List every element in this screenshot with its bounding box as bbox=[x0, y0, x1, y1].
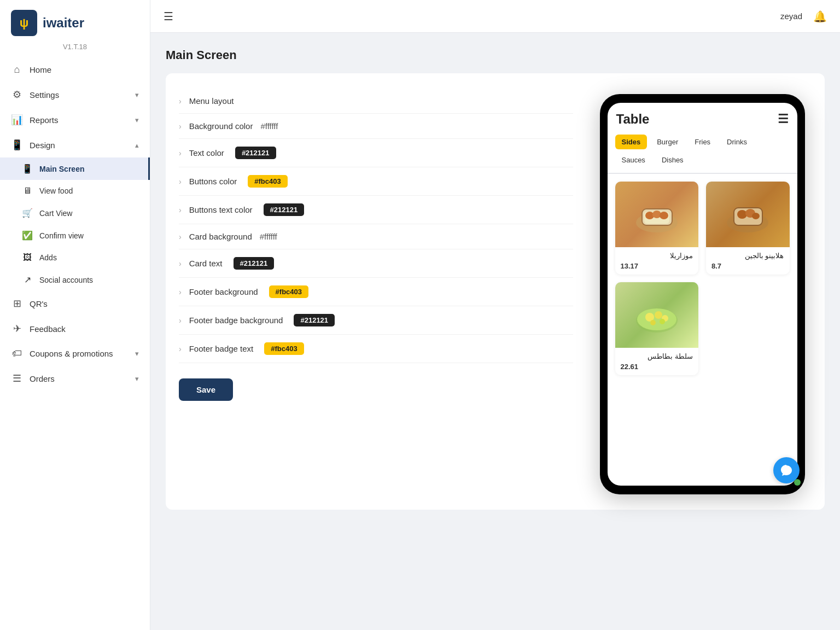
sidebar-item-reports-label: Reports bbox=[30, 115, 59, 125]
sidebar-subitem-social-accounts-label: Social accounts bbox=[39, 276, 93, 284]
main-content: ☰ zeyad 🔔 Main Screen › Menu layout › Ba… bbox=[150, 0, 840, 630]
food-card-2[interactable]: هلابينو بالجين 8.7 bbox=[706, 182, 790, 275]
logo-icon: ψ bbox=[11, 10, 37, 36]
phone-header: Table ☰ bbox=[608, 103, 797, 131]
confirm-view-icon: ✅ bbox=[22, 230, 33, 241]
footer-bg-badge: #fbc403 bbox=[269, 285, 308, 298]
buttons-color-badge: #fbc403 bbox=[248, 175, 287, 188]
setting-label-text-color: Text color bbox=[189, 148, 224, 158]
chevron-right-icon: › bbox=[179, 149, 182, 158]
sidebar-item-design-label: Design bbox=[30, 141, 55, 150]
notification-bell-icon[interactable]: 🔔 bbox=[813, 10, 827, 23]
setting-row-bg-color[interactable]: › Background color #ffffff bbox=[179, 114, 573, 139]
menu-toggle-button[interactable]: ☰ bbox=[164, 10, 173, 23]
sidebar-item-main-screen[interactable]: 📱 Main Screen bbox=[0, 158, 150, 180]
adds-icon: 🖼 bbox=[22, 253, 33, 262]
chevron-right-icon: › bbox=[179, 122, 182, 131]
phone-frame: Table ☰ Sides Burger Fries Drinks Sauces… bbox=[600, 94, 805, 494]
settings-panel: › Menu layout › Background color #ffffff… bbox=[179, 89, 573, 494]
save-button[interactable]: Save bbox=[179, 378, 233, 401]
sidebar-subitem-cart-view-label: Cart View bbox=[39, 209, 72, 218]
qr-icon: ⊞ bbox=[11, 298, 23, 310]
view-food-icon: 🖥 bbox=[22, 186, 33, 196]
sidebar-item-settings-label: Settings bbox=[30, 90, 59, 100]
sidebar-item-qrs[interactable]: ⊞ QR's bbox=[0, 291, 150, 316]
main-screen-icon: 📱 bbox=[22, 164, 33, 174]
tab-sides[interactable]: Sides bbox=[615, 135, 648, 149]
app-version: V1.T.18 bbox=[0, 40, 150, 57]
food-image-2 bbox=[706, 182, 790, 247]
food-name-3: سلطة بطاطس bbox=[621, 352, 693, 360]
text-color-badge: #212121 bbox=[235, 147, 276, 159]
sidebar-item-qrs-label: QR's bbox=[30, 299, 48, 308]
sidebar-item-settings[interactable]: ⚙ Settings ▾ bbox=[0, 82, 150, 107]
chevron-down-icon: ▾ bbox=[135, 375, 139, 383]
food-price-2: 8.7 bbox=[711, 262, 784, 270]
setting-row-buttons-color[interactable]: › Buttons color #fbc403 bbox=[179, 167, 573, 196]
chevron-right-icon: › bbox=[179, 206, 182, 214]
setting-row-footer-badge-text[interactable]: › Footer badge text #fbc403 bbox=[179, 335, 573, 363]
setting-label-card-bg: Card background bbox=[189, 232, 252, 241]
svg-point-14 bbox=[655, 311, 662, 319]
setting-row-card-text[interactable]: › Card text #212121 bbox=[179, 249, 573, 278]
chevron-right-icon: › bbox=[179, 177, 182, 186]
food-image-3 bbox=[615, 282, 699, 348]
sidebar-item-orders[interactable]: ☰ Orders ▾ bbox=[0, 366, 150, 391]
sidebar-item-adds[interactable]: 🖼 Adds bbox=[0, 247, 150, 269]
sidebar-item-home[interactable]: ⌂ Home bbox=[0, 57, 150, 82]
cart-view-icon: 🛒 bbox=[22, 208, 33, 218]
home-icon: ⌂ bbox=[11, 64, 23, 75]
setting-label-card-text: Card text bbox=[189, 259, 223, 268]
setting-row-buttons-text-color[interactable]: › Buttons text color #212121 bbox=[179, 196, 573, 224]
chevron-up-icon: ▴ bbox=[135, 141, 139, 149]
setting-row-card-bg[interactable]: › Card background #ffffff bbox=[179, 224, 573, 249]
sidebar-item-confirm-view[interactable]: ✅ Confirm view bbox=[0, 224, 150, 247]
tab-burger[interactable]: Burger bbox=[650, 135, 685, 149]
svg-point-17 bbox=[660, 319, 665, 324]
setting-label-footer-badge-bg: Footer badge background bbox=[189, 316, 283, 325]
buttons-text-color-badge: #212121 bbox=[264, 203, 305, 216]
food-card-3[interactable]: سلطة بطاطس 22.61 bbox=[615, 282, 699, 375]
card-text-badge: #212121 bbox=[234, 257, 275, 270]
sidebar-item-cart-view[interactable]: 🛒 Cart View bbox=[0, 202, 150, 224]
setting-row-menu-layout[interactable]: › Menu layout bbox=[179, 89, 573, 114]
tab-drinks[interactable]: Drinks bbox=[720, 135, 754, 149]
page-content: Main Screen › Menu layout › Background c… bbox=[150, 33, 840, 630]
food-price-3: 22.61 bbox=[621, 363, 693, 371]
setting-row-footer-badge-bg[interactable]: › Footer badge background #212121 bbox=[179, 306, 573, 335]
phone-menu-icon: ☰ bbox=[778, 112, 789, 126]
footer-badge-bg-badge: #212121 bbox=[294, 314, 335, 326]
setting-row-footer-bg[interactable]: › Footer background #fbc403 bbox=[179, 278, 573, 306]
reports-icon: 📊 bbox=[11, 114, 23, 126]
sidebar-item-feedback-label: Feedback bbox=[30, 324, 66, 334]
setting-label-buttons-text-color: Buttons text color bbox=[189, 205, 253, 214]
setting-row-text-color[interactable]: › Text color #212121 bbox=[179, 139, 573, 167]
food-name-1: موزاريلا bbox=[621, 252, 693, 260]
card-bg-value: #ffffff bbox=[260, 232, 277, 241]
sidebar: ψ iwaiter V1.T.18 ⌂ Home ⚙ Settings ▾ 📊 … bbox=[0, 0, 150, 630]
food-name-2: هلابينو بالجين bbox=[711, 252, 784, 260]
chevron-down-icon: ▾ bbox=[135, 349, 139, 358]
design-icon: 📱 bbox=[11, 139, 23, 151]
setting-label-footer-bg: Footer background bbox=[189, 287, 258, 296]
topbar: ☰ zeyad 🔔 bbox=[150, 0, 840, 33]
sidebar-item-social-accounts[interactable]: ↗ Social accounts bbox=[0, 269, 150, 291]
chevron-right-icon: › bbox=[179, 97, 182, 106]
food-card-2-body: هلابينو بالجين 8.7 bbox=[706, 247, 790, 275]
sidebar-item-reports[interactable]: 📊 Reports ▾ bbox=[0, 107, 150, 132]
phone-title: Table bbox=[616, 112, 650, 127]
sidebar-item-feedback[interactable]: ✈ Feedback bbox=[0, 316, 150, 341]
sidebar-item-coupons[interactable]: 🏷 Coupons & promotions ▾ bbox=[0, 341, 150, 366]
tab-fries[interactable]: Fries bbox=[688, 135, 717, 149]
food-card-1[interactable]: موزاريلا 13.17 bbox=[615, 182, 699, 275]
sidebar-item-view-food[interactable]: 🖥 View food bbox=[0, 180, 150, 202]
page-title: Main Screen bbox=[166, 48, 825, 62]
sidebar-item-orders-label: Orders bbox=[30, 374, 55, 383]
chevron-right-icon: › bbox=[179, 232, 182, 241]
food-card-1-body: موزاريلا 13.17 bbox=[615, 247, 699, 275]
tab-sauces[interactable]: Sauces bbox=[615, 153, 652, 167]
chevron-right-icon: › bbox=[179, 345, 182, 353]
sidebar-item-design[interactable]: 📱 Design ▴ bbox=[0, 132, 150, 158]
footer-badge-text-badge: #fbc403 bbox=[264, 342, 304, 355]
tab-dishes[interactable]: Dishes bbox=[655, 153, 690, 167]
